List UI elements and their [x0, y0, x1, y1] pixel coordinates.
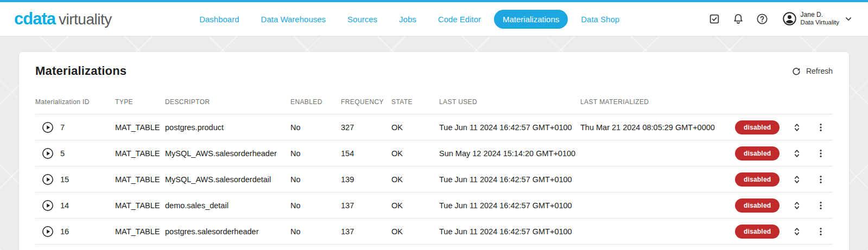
col-last-materialized: LAST MATERIALIZED	[580, 98, 735, 106]
page-title: Materializations	[35, 64, 126, 78]
descriptor-cell: postgres.product	[165, 123, 290, 132]
row-menu-button[interactable]	[814, 121, 827, 134]
descriptor-cell: MySQL_AWS.salesorderheader	[165, 149, 290, 158]
play-button[interactable]	[41, 198, 55, 213]
notifications-button[interactable]	[731, 12, 745, 26]
unfold-more-icon	[791, 226, 802, 237]
unfold-more-icon	[791, 174, 802, 185]
col-descriptor: DESCRIPTOR	[165, 98, 290, 106]
state-cell: OK	[391, 123, 439, 132]
play-icon	[42, 200, 54, 211]
nav-data-shop[interactable]: Data Shop	[572, 10, 628, 29]
reorder-button[interactable]	[790, 173, 803, 186]
type-cell: MAT_TABLE	[115, 123, 165, 132]
user-menu[interactable]: Jane D. Data Virtuality	[782, 11, 854, 26]
row-menu-button[interactable]	[814, 173, 827, 186]
enabled-cell: No	[290, 175, 341, 184]
frequency-cell: 327	[341, 123, 391, 132]
page-content: Materializations Refresh Materialization…	[0, 36, 868, 250]
tasks-button[interactable]	[707, 12, 721, 26]
col-materialization-id: Materialization ID	[35, 98, 115, 106]
play-icon	[42, 226, 54, 238]
enabled-cell: No	[290, 149, 341, 158]
enabled-cell: No	[290, 201, 341, 210]
last-used-cell: Sun May 12 2024 15:14:20 GMT+0100	[439, 149, 580, 158]
play-button[interactable]	[41, 172, 55, 187]
col-frequency: FREQUENCY	[341, 98, 391, 106]
last-used-cell: Tue Jun 11 2024 16:42:57 GMT+0100	[439, 123, 580, 132]
topbar-actions: Jane D. Data Virtuality	[707, 11, 854, 26]
user-text: Jane D. Data Virtuality	[801, 11, 839, 26]
table-header-row: Materialization ID TYPE DESCRIPTOR ENABL…	[35, 90, 833, 114]
col-last-used: LAST USED	[439, 98, 580, 106]
type-cell: MAT_TABLE	[115, 175, 165, 184]
unfold-more-icon	[791, 200, 802, 211]
table-row: 5 MAT_TABLE MySQL_AWS.salesorderheader N…	[35, 140, 833, 166]
row-menu-button[interactable]	[814, 199, 827, 212]
kebab-menu-icon	[815, 226, 826, 237]
last-materialized-cell: Thu Mar 21 2024 08:05:29 GMT+0000	[580, 123, 735, 132]
nav-jobs[interactable]: Jobs	[390, 10, 425, 29]
nav-data-warehouses[interactable]: Data Warehouses	[252, 10, 335, 29]
table-row: 14 MAT_TABLE demo.sales_detail No 137 OK…	[35, 193, 833, 219]
bell-icon	[732, 13, 744, 25]
frequency-cell: 137	[341, 227, 391, 236]
cdata-virtuality-logo[interactable]: cdata virtuality	[14, 9, 112, 29]
refresh-button[interactable]: Refresh	[791, 66, 833, 76]
table-row: 16 MAT_TABLE postgres.salesorderheader N…	[35, 219, 833, 245]
nav-code-editor[interactable]: Code Editor	[429, 10, 490, 29]
state-cell: OK	[391, 175, 439, 184]
play-button[interactable]	[41, 146, 55, 161]
status-badge: disabled	[735, 172, 780, 187]
nav-materializations[interactable]: Materializations	[494, 10, 568, 29]
table-row: 7 MAT_TABLE postgres.product No 327 OK T…	[35, 114, 833, 140]
materialization-id-cell: 7	[60, 123, 115, 132]
nav-dashboard[interactable]: Dashboard	[191, 10, 248, 29]
materialization-id-cell: 14	[60, 201, 115, 210]
frequency-cell: 139	[341, 175, 391, 184]
user-name: Jane D.	[801, 11, 839, 19]
status-badge: disabled	[735, 120, 780, 134]
enabled-cell: No	[290, 227, 341, 236]
state-cell: OK	[391, 227, 439, 236]
col-type: TYPE	[115, 98, 165, 106]
last-used-cell: Tue Jun 11 2024 16:42:57 GMT+0100	[439, 201, 580, 210]
state-cell: OK	[391, 149, 439, 158]
logo-product-text: virtuality	[59, 11, 112, 28]
play-button[interactable]	[41, 225, 55, 239]
help-button[interactable]	[755, 12, 769, 26]
user-org: Data Virtuality	[801, 19, 839, 26]
status-badge: disabled	[735, 225, 780, 239]
play-button[interactable]	[41, 120, 55, 134]
logo-brand-text: cdata	[14, 9, 55, 29]
col-enabled: ENABLED	[290, 98, 341, 106]
unfold-more-icon	[791, 148, 802, 159]
reorder-button[interactable]	[790, 147, 803, 160]
state-cell: OK	[391, 201, 439, 210]
reorder-button[interactable]	[790, 121, 803, 134]
col-state: STATE	[391, 98, 439, 106]
row-menu-button[interactable]	[814, 147, 827, 160]
chevron-down-icon	[843, 14, 854, 24]
frequency-cell: 154	[341, 149, 391, 158]
materializations-card: Materializations Refresh Materialization…	[19, 52, 849, 250]
table-row: 15 MAT_TABLE MySQL_AWS.salesorderdetail …	[35, 166, 833, 193]
type-cell: MAT_TABLE	[115, 149, 165, 158]
play-icon	[42, 121, 54, 133]
reorder-button[interactable]	[790, 199, 803, 212]
reorder-button[interactable]	[790, 225, 803, 238]
tasks-icon	[708, 13, 720, 25]
materializations-table: Materialization ID TYPE DESCRIPTOR ENABL…	[19, 90, 849, 245]
avatar	[782, 11, 797, 26]
row-menu-button[interactable]	[814, 225, 827, 238]
last-used-cell: Tue Jun 11 2024 16:42:57 GMT+0100	[439, 175, 580, 184]
kebab-menu-icon	[815, 200, 826, 211]
card-header: Materializations Refresh	[19, 52, 849, 90]
frequency-cell: 137	[341, 201, 391, 210]
nav-sources[interactable]: Sources	[339, 10, 386, 29]
help-icon	[756, 13, 768, 25]
materialization-id-cell: 15	[60, 175, 115, 184]
materialization-id-cell: 16	[60, 227, 115, 236]
descriptor-cell: demo.sales_detail	[165, 201, 290, 210]
kebab-menu-icon	[815, 148, 826, 159]
